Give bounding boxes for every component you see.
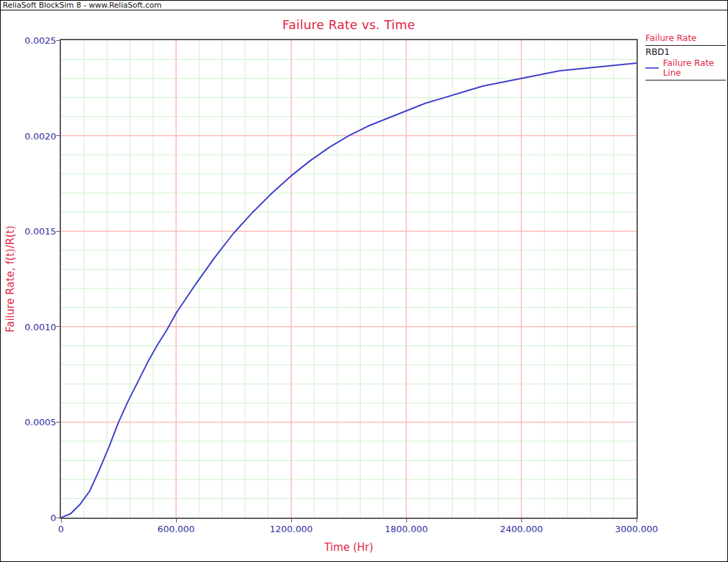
y-tick-label: 0.0010 (1, 322, 56, 332)
app-window: ReliaSoft BlockSim 8 - www.ReliaSoft.com… (0, 0, 728, 562)
y-axis-title: Failure Rate, f(t)/R(t) (3, 40, 17, 518)
plot-area (60, 39, 638, 519)
y-tick-label: 0.0020 (1, 131, 56, 142)
x-tick-label: 600.000 (157, 524, 195, 534)
x-tick-mark (521, 519, 522, 522)
legend-group-label: RBD1 (645, 46, 726, 57)
y-tick-label: 0 (1, 513, 56, 523)
title-bar: ReliaSoft BlockSim 8 - www.ReliaSoft.com (1, 1, 727, 10)
y-tick-mark (56, 40, 60, 41)
legend: Failure Rate RBD1 Failure Rate Line (645, 33, 726, 80)
y-tick-mark (56, 422, 60, 423)
x-tick-label: 2400.000 (500, 524, 543, 534)
legend-line-sample (645, 67, 659, 69)
x-tick-label: 3000.000 (615, 524, 658, 534)
legend-title: Failure Rate (645, 33, 726, 46)
y-tick-mark (56, 326, 60, 327)
y-tick-mark (56, 231, 60, 232)
x-tick-label: 1200.000 (270, 524, 313, 534)
y-tick-mark (56, 135, 60, 136)
x-tick-label: 1800.000 (385, 524, 428, 534)
y-tick-label: 0.0005 (1, 417, 56, 427)
x-tick-mark (291, 519, 292, 522)
y-tick-mark (56, 518, 60, 518)
legend-entry: Failure Rate Line (645, 57, 726, 80)
x-tick-mark (406, 519, 407, 522)
failure-rate-line (61, 63, 636, 518)
legend-series-label: Failure Rate Line (663, 58, 726, 78)
y-tick-label: 0.0015 (1, 226, 56, 237)
x-axis-title: Time (Hr) (61, 541, 636, 554)
x-tick-mark (636, 519, 637, 522)
failure-rate-curve-canvas (61, 40, 636, 518)
x-tick-mark (61, 519, 62, 522)
y-tick-label: 0.0025 (1, 35, 56, 46)
x-tick-mark (176, 519, 177, 522)
window-title: ReliaSoft BlockSim 8 - www.ReliaSoft.com (3, 1, 162, 10)
chart-title: Failure Rate vs. Time (61, 17, 636, 32)
x-tick-label: 0 (58, 524, 64, 534)
